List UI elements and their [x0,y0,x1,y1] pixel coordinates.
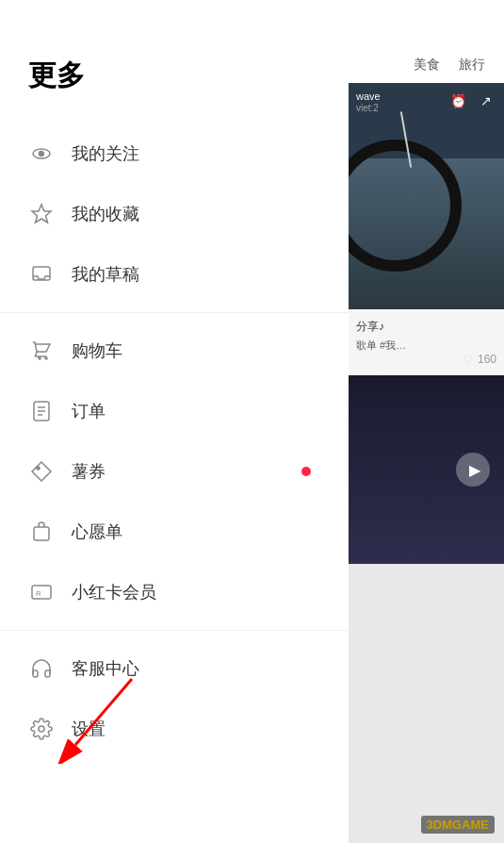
menu-label-settings: 设置 [72,718,106,740]
card-overlay-icons: ⏰ ↗ [447,91,496,111]
app-container: 更多 我的关注 我的收藏 我的草稿 [0,0,504,843]
eye-icon [28,140,55,167]
heart-icon: ♡ [463,353,473,366]
menu-label-order: 订单 [72,400,106,422]
tag-icon [28,458,55,485]
menu-label-cart: 购物车 [72,339,122,362]
tab-food[interactable]: 美食 [414,57,440,74]
menu-label-service: 客服中心 [72,657,139,680]
svg-point-8 [37,467,40,470]
content-card-1: wave viet:2 ⏰ ↗ [349,83,504,309]
gear-icon [28,716,55,742]
menu-label-wishlist: 心愿单 [72,521,122,543]
star-icon [28,201,55,227]
right-content-panel: 美食 旅行 wave viet:2 ⏰ ↗ 分享♪ 歌单 #我… [349,0,504,843]
watermark: 3DMGAME [421,816,495,834]
menu-label-coupon: 薯券 [72,460,106,483]
svg-marker-2 [32,205,51,223]
headset-icon [28,655,55,682]
menu-item-member[interactable]: R 小红卡会员 [0,562,349,622]
play-button[interactable]: ▶ [456,453,490,487]
card-timer-icon: ⏰ [447,91,468,111]
svg-point-12 [39,726,44,732]
menu-item-settings[interactable]: 设置 [0,699,349,759]
svg-rect-10 [32,586,51,599]
coupon-badge [301,467,311,476]
menu-label-member: 小红卡会员 [72,581,156,603]
page-title: 更多 [0,0,349,124]
menu-item-draft[interactable]: 我的草稿 [0,244,349,305]
menu-item-wishlist[interactable]: 心愿单 [0,502,349,562]
menu-item-follow[interactable]: 我的关注 [0,124,349,184]
menu-label-draft: 我的草稿 [72,263,139,286]
menu-list: 我的关注 我的收藏 我的草稿 [0,124,349,759]
top-tabs: 美食 旅行 [349,0,504,83]
menu-panel: 更多 我的关注 我的收藏 我的草稿 [0,0,349,843]
menu-item-order[interactable]: 订单 [0,381,349,441]
content-card-2: 分享♪ 歌单 #我… ♡ 160 [349,309,504,375]
card-share-icon: ↗ [476,91,496,111]
like-count: ♡ 160 [356,353,496,366]
card-label: wave viet:2 [356,91,381,114]
menu-item-coupon[interactable]: 薯券 [0,441,349,502]
menu-label-collect: 我的收藏 [72,203,139,225]
divider-2 [0,630,349,631]
svg-point-1 [40,152,44,157]
file-icon [28,398,55,424]
svg-rect-9 [34,527,49,540]
bag-icon [28,519,55,545]
tab-travel[interactable]: 旅行 [459,57,485,74]
svg-text:R: R [36,589,41,598]
menu-item-service[interactable]: 客服中心 [0,638,349,699]
redcard-icon: R [28,579,55,605]
cart-icon [28,338,55,364]
sub-text: 歌单 #我… [356,339,496,353]
menu-item-cart[interactable]: 购物车 [0,321,349,381]
content-card-3: ▶ [349,375,504,564]
inbox-icon [28,261,55,288]
menu-label-follow: 我的关注 [72,142,139,165]
share-label: 分享♪ [356,319,496,335]
svg-rect-3 [33,267,50,280]
menu-item-collect[interactable]: 我的收藏 [0,184,349,244]
divider-1 [0,312,349,313]
